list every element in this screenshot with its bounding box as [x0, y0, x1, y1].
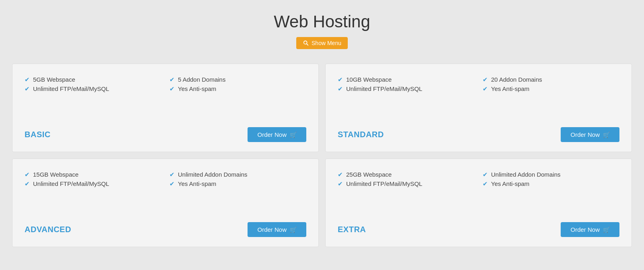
feature-item: ✔Yes Anti-spam — [169, 85, 306, 94]
feature-item: ✔5 Addon Domains — [169, 75, 306, 85]
feature-item: ✔15GB Webspace — [25, 170, 161, 179]
feature-item: ✔Unlimited FTP/eMail/MySQL — [338, 85, 475, 94]
plan-card-standard: ✔10GB Webspace✔Unlimited FTP/eMail/MySQL… — [325, 64, 632, 152]
page-title: Web Hosting — [0, 12, 644, 31]
check-icon: ✔ — [169, 85, 175, 94]
plan-card-basic: ✔5GB Webspace✔Unlimited FTP/eMail/MySQL✔… — [12, 64, 319, 152]
plan-features-advanced: ✔15GB Webspace✔Unlimited FTP/eMail/MySQL… — [25, 170, 306, 211]
feature-item: ✔Yes Anti-spam — [483, 85, 619, 94]
plan-card-extra: ✔25GB Webspace✔Unlimited FTP/eMail/MySQL… — [325, 159, 632, 247]
features-col2-extra: ✔Unlimited Addon Domains✔Yes Anti-spam — [483, 170, 619, 211]
check-icon: ✔ — [169, 179, 175, 189]
cart-icon: 🛒 — [603, 227, 610, 233]
plans-grid: ✔5GB Webspace✔Unlimited FTP/eMail/MySQL✔… — [4, 57, 640, 255]
check-icon: ✔ — [338, 170, 343, 179]
plan-name-extra: EXTRA — [338, 225, 366, 234]
check-icon: ✔ — [338, 85, 343, 94]
plan-name-standard: STANDARD — [338, 130, 384, 139]
features-col1-standard: ✔10GB Webspace✔Unlimited FTP/eMail/MySQL — [338, 75, 475, 116]
features-col2-advanced: ✔Unlimited Addon Domains✔Yes Anti-spam — [169, 170, 306, 211]
check-icon: ✔ — [483, 75, 488, 85]
plan-footer-advanced: ADVANCEDOrder Now 🛒 — [25, 222, 306, 237]
check-icon: ✔ — [169, 75, 175, 85]
check-icon: ✔ — [338, 179, 343, 189]
order-now-button-extra[interactable]: Order Now 🛒 — [561, 222, 619, 237]
features-col1-extra: ✔25GB Webspace✔Unlimited FTP/eMail/MySQL — [338, 170, 475, 211]
check-icon: ✔ — [483, 170, 488, 179]
feature-item: ✔Unlimited FTP/eMail/MySQL — [338, 179, 475, 189]
plan-footer-standard: STANDARDOrder Now 🛒 — [338, 127, 619, 142]
check-icon: ✔ — [25, 85, 30, 94]
feature-item: ✔Unlimited FTP/eMail/MySQL — [25, 85, 161, 94]
order-now-button-advanced[interactable]: Order Now 🛒 — [248, 222, 306, 237]
features-col1-advanced: ✔15GB Webspace✔Unlimited FTP/eMail/MySQL — [25, 170, 161, 211]
plan-card-advanced: ✔15GB Webspace✔Unlimited FTP/eMail/MySQL… — [12, 159, 319, 247]
plan-footer-extra: EXTRAOrder Now 🛒 — [338, 222, 619, 237]
plan-features-standard: ✔10GB Webspace✔Unlimited FTP/eMail/MySQL… — [338, 75, 619, 116]
plan-name-advanced: ADVANCED — [25, 225, 71, 234]
check-icon: ✔ — [25, 179, 30, 189]
order-now-button-standard[interactable]: Order Now 🛒 — [561, 127, 619, 142]
plan-features-basic: ✔5GB Webspace✔Unlimited FTP/eMail/MySQL✔… — [25, 75, 306, 116]
feature-item: ✔10GB Webspace — [338, 75, 475, 85]
features-col2-standard: ✔20 Addon Domains✔Yes Anti-spam — [483, 75, 619, 116]
plan-footer-basic: BASICOrder Now 🛒 — [25, 127, 306, 142]
check-icon: ✔ — [25, 170, 30, 179]
feature-item: ✔20 Addon Domains — [483, 75, 619, 85]
order-now-button-basic[interactable]: Order Now 🛒 — [248, 127, 306, 142]
plan-name-basic: BASIC — [25, 130, 51, 139]
feature-item: ✔Unlimited Addon Domains — [483, 170, 619, 179]
check-icon: ✔ — [25, 75, 30, 85]
feature-item: ✔Yes Anti-spam — [483, 179, 619, 189]
feature-item: ✔Unlimited Addon Domains — [169, 170, 306, 179]
cart-icon: 🛒 — [603, 132, 610, 138]
feature-item: ✔5GB Webspace — [25, 75, 161, 85]
show-menu-button[interactable]: Show Menu — [296, 37, 348, 49]
page-header: Web Hosting Show Menu — [0, 0, 644, 57]
cart-icon: 🛒 — [290, 132, 297, 138]
check-icon: ✔ — [483, 85, 488, 94]
feature-item: ✔Yes Anti-spam — [169, 179, 306, 189]
check-icon: ✔ — [169, 170, 175, 179]
feature-item: ✔Unlimited FTP/eMail/MySQL — [25, 179, 161, 189]
check-icon: ✔ — [338, 75, 343, 85]
feature-item: ✔25GB Webspace — [338, 170, 475, 179]
cart-icon: 🛒 — [290, 227, 297, 233]
svg-line-1 — [307, 44, 308, 45]
search-icon — [303, 40, 309, 46]
features-col2-basic: ✔5 Addon Domains✔Yes Anti-spam — [169, 75, 306, 116]
plan-features-extra: ✔25GB Webspace✔Unlimited FTP/eMail/MySQL… — [338, 170, 619, 211]
features-col1-basic: ✔5GB Webspace✔Unlimited FTP/eMail/MySQL — [25, 75, 161, 116]
check-icon: ✔ — [483, 179, 488, 189]
